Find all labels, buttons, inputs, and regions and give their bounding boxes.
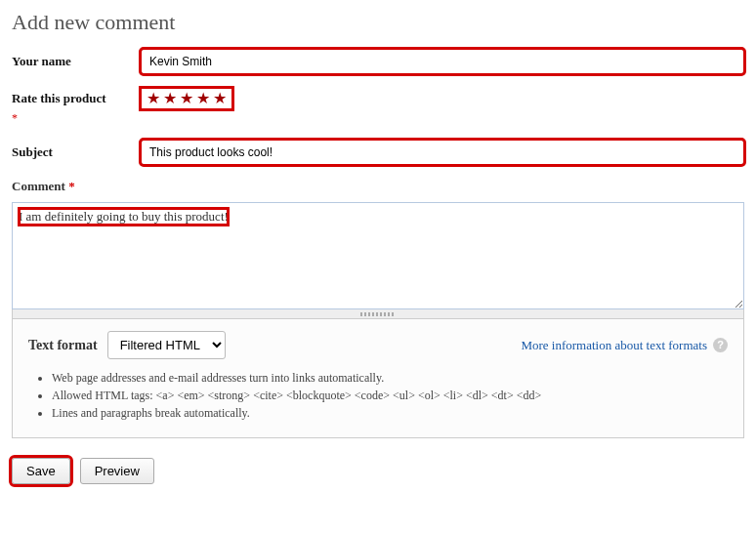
link-more-info[interactable]: More information about text formats ?: [521, 338, 728, 353]
row-subject: Subject: [12, 140, 744, 165]
input-your-name[interactable]: [141, 49, 744, 74]
tip-item: Web page addresses and e-mail addresses …: [52, 371, 728, 386]
format-tips: Web page addresses and e-mail addresses …: [28, 371, 728, 421]
star-icon[interactable]: ★: [213, 91, 227, 106]
save-button[interactable]: Save: [12, 458, 70, 484]
tip-item: Lines and paragraphs break automatically…: [52, 406, 728, 421]
text-format-panel: Text format Filtered HTML More informati…: [12, 319, 744, 438]
rate-required-marker: *: [12, 111, 744, 126]
row-your-name: Your name: [12, 49, 744, 74]
star-icon[interactable]: ★: [180, 91, 193, 106]
help-icon: ?: [713, 338, 728, 352]
page-title: Add new comment: [12, 10, 744, 35]
select-text-format[interactable]: Filtered HTML: [107, 331, 226, 359]
comment-area: I am definitely going to buy this produc…: [12, 202, 744, 309]
label-subject: Subject: [12, 144, 141, 160]
label-text-format: Text format: [28, 338, 98, 353]
star-icon[interactable]: ★: [147, 91, 160, 106]
star-icon[interactable]: ★: [196, 91, 210, 106]
preview-button[interactable]: Preview: [80, 458, 154, 484]
resize-grip[interactable]: [12, 309, 744, 319]
label-comment: Comment *: [12, 179, 744, 194]
rating-stars[interactable]: ★ ★ ★ ★ ★: [141, 88, 232, 109]
label-rate: Rate this product: [12, 91, 106, 105]
star-icon[interactable]: ★: [163, 91, 177, 106]
input-subject[interactable]: [141, 140, 744, 165]
label-your-name: Your name: [12, 54, 141, 69]
comment-text: I am definitely going to buy this produc…: [19, 208, 229, 226]
textarea-comment[interactable]: [13, 230, 743, 308]
row-rate: Rate this product ★ ★ ★ ★ ★ *: [12, 88, 744, 126]
tip-item: Allowed HTML tags: <a> <em> <strong> <ci…: [52, 389, 728, 403]
button-row: Save Preview: [12, 458, 744, 484]
